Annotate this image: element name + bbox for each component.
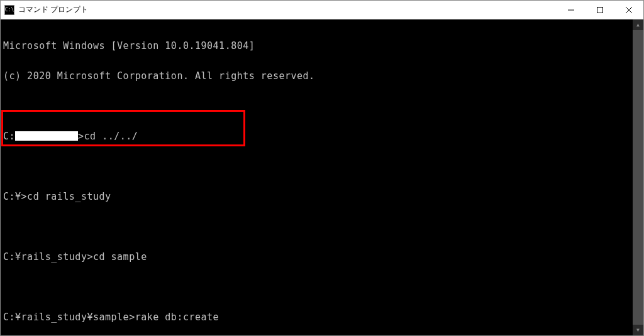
maximize-button[interactable] [586,1,614,19]
terminal-line: C:¥rails_study¥sample>rake db:create [3,312,630,322]
svg-rect-1 [597,7,603,13]
minimize-icon [568,7,574,13]
window-controls [557,1,643,19]
redacted-block [15,131,78,141]
maximize-icon [597,7,603,13]
terminal-area[interactable]: Microsoft Windows [Version 10.0.19041.80… [1,19,643,335]
close-button[interactable] [614,1,643,19]
scrollbar-up-arrow[interactable]: ▲ [633,19,643,30]
blank-line [3,222,630,232]
terminal-line: (c) 2020 Microsoft Corporation. All righ… [3,71,630,81]
scrollbar-down-arrow[interactable]: ▼ [633,325,643,335]
close-icon [626,7,632,13]
terminal-content: Microsoft Windows [Version 10.0.19041.80… [1,19,633,335]
blank-line [3,101,630,111]
terminal-line: Microsoft Windows [Version 10.0.19041.80… [3,41,630,51]
minimize-button[interactable] [557,1,586,19]
scrollbar-thumb[interactable] [633,19,643,335]
app-icon-text: C:\ [5,7,14,13]
terminal-line: C:¥>cd rails_study [3,192,630,202]
command-text: >cd ../../ [78,131,138,142]
window-title: コマンド プロンプト [18,4,557,15]
prompt-prefix: C: [3,131,15,142]
vertical-scrollbar[interactable]: ▲ ▼ [633,19,643,335]
terminal-line: C:¥rails_study>cd sample [3,252,630,262]
blank-line [3,161,630,171]
terminal-line: C:>cd ../../ [3,131,630,141]
blank-line [3,282,630,292]
app-icon: C:\ [4,5,14,15]
titlebar: C:\ コマンド プロンプト [1,1,643,19]
